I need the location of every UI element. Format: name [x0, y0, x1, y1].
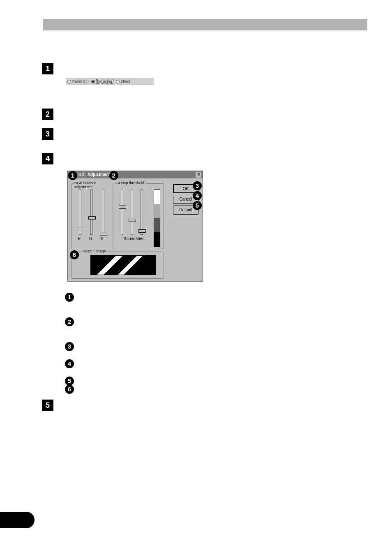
threshold-group-title: 4 step threshold [117, 181, 145, 185]
rgb-balance-group: RGB balance adjustment R G B [71, 183, 113, 249]
slider-thumb[interactable] [77, 227, 84, 230]
step-3-badge: 3 [42, 128, 53, 140]
callout-5-badge: 5 [193, 201, 202, 210]
step-1-badge: 1 [42, 63, 53, 74]
threshold-slider-2[interactable] [131, 190, 133, 235]
slider-g-label: G [89, 236, 92, 241]
threshold-group: 4 step threshold Boundaries [115, 183, 164, 249]
slider-r-label: R [78, 236, 81, 241]
slider-thumb[interactable] [138, 229, 146, 233]
rgb-group-title: RGB balance adjustment [73, 181, 113, 189]
slider-b[interactable] [102, 190, 104, 235]
output-thumbnail [90, 255, 156, 275]
slider-thumb[interactable] [88, 216, 96, 220]
effect-label: Effect [121, 79, 130, 83]
callout-3-badge: 3 [193, 181, 202, 190]
threshold-slider-3[interactable] [141, 190, 143, 235]
output-group-title: Output Image [82, 249, 107, 253]
tab-radio-row: Panel Ctrl Dithering Effect [66, 78, 154, 85]
adjustment-dialog: Kit - Adjustment ✕ RGB balance adjustmen… [67, 171, 203, 282]
legend-4-badge: 4 [65, 359, 74, 368]
callout-1-badge: 1 [68, 171, 77, 180]
step-5-badge: 5 [42, 400, 53, 411]
legend-3-badge: 3 [65, 342, 74, 351]
slider-b-label: B [101, 236, 104, 241]
legend-2-badge: 2 [65, 317, 74, 326]
close-icon[interactable]: ✕ [196, 172, 201, 178]
page-header-bar [43, 19, 367, 30]
output-image-group: Output Image [71, 252, 164, 279]
slider-g[interactable] [90, 190, 93, 235]
footer-tab [0, 512, 35, 528]
effect-radio[interactable]: Effect [116, 79, 130, 83]
dialog-title-bar: Kit - Adjustment ✕ [68, 171, 203, 178]
dithering-label: Dithering [96, 79, 113, 84]
legend-1-badge: 1 [65, 293, 74, 302]
radio-circle-checked-icon [91, 80, 95, 83]
boundaries-label: Boundaries [122, 236, 146, 241]
panel-ctrl-radio[interactable]: Panel Ctrl [67, 79, 89, 83]
step-4-badge: 4 [42, 153, 53, 164]
slider-thumb[interactable] [100, 233, 107, 236]
callout-6-badge: 6 [70, 250, 79, 259]
slider-thumb[interactable] [119, 206, 126, 209]
callout-4-badge: 4 [193, 191, 202, 200]
radio-circle-icon [116, 80, 120, 83]
dialog-title-text: Kit - Adjustment [78, 172, 110, 177]
legend-6-badge: 6 [65, 385, 74, 394]
slider-thumb[interactable] [129, 219, 136, 222]
radio-circle-icon [67, 80, 71, 83]
legend-5-badge: 5 [65, 377, 74, 386]
step-2-badge: 2 [42, 109, 53, 120]
slider-r[interactable] [79, 190, 81, 235]
threshold-gradient-strip [154, 190, 160, 247]
dithering-radio[interactable]: Dithering [91, 79, 113, 84]
panel-ctrl-label: Panel Ctrl [72, 79, 89, 83]
threshold-slider-1[interactable] [121, 190, 123, 235]
callout-2-badge: 2 [109, 171, 118, 180]
